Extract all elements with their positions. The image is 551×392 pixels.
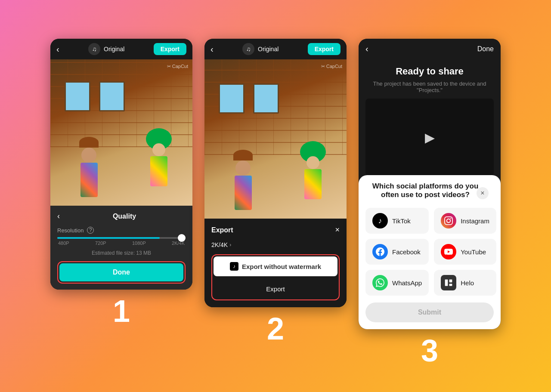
export-without-watermark-label: Export without watermark (242, 263, 321, 270)
share-sheet: × Which social platforms do you often us… (359, 175, 501, 329)
social-item-instagram[interactable]: Instagram (434, 208, 496, 234)
done-button[interactable]: Done (59, 263, 183, 281)
capcut-watermark-2: ✂ CapCut (321, 64, 342, 69)
social-item-facebook[interactable]: Facebook (365, 239, 429, 265)
capcut-watermark-1: ✂ CapCut (167, 64, 188, 69)
slider-fill (57, 237, 160, 239)
window-4 (253, 83, 279, 114)
quality-title: Quality (63, 213, 186, 220)
header-center-2: ♫ Original (242, 43, 279, 55)
phone3: ‹ Done Ready to share The project has be… (359, 39, 501, 329)
figure1-hair (79, 137, 99, 148)
window-3 (219, 83, 245, 114)
quality-back-arrow[interactable]: ‹ (57, 212, 60, 221)
figure3 (226, 150, 260, 219)
export-without-watermark-button[interactable]: ♪ Export without watermark (214, 256, 337, 276)
quality-row-2[interactable]: 2K/4K › (211, 241, 340, 248)
figure4-body (304, 169, 322, 199)
tiktok-logo-small: ♪ (230, 262, 238, 271)
slider-track (57, 237, 186, 239)
youtube-label: YouTube (461, 248, 486, 256)
quality-panel: ‹ Quality Resolution ? 480P 720P 1080P (50, 206, 192, 290)
export-options-wrapper: ♪ Export without watermark Export (211, 254, 340, 300)
instagram-icon (441, 213, 456, 228)
window-2 (99, 81, 125, 111)
original-label-1: Original (104, 46, 124, 52)
figure1 (72, 137, 106, 206)
svg-rect-0 (445, 280, 448, 286)
ready-subtitle: The project has been saved to the device… (365, 80, 494, 93)
quality-header: ‹ Quality (57, 212, 186, 221)
youtube-icon (441, 244, 456, 259)
helo-label: Helo (461, 279, 474, 287)
svg-rect-2 (449, 284, 452, 286)
facebook-label: Facebook (392, 248, 421, 256)
export-button-2[interactable]: Export (308, 43, 341, 55)
back-arrow-2[interactable]: ‹ (210, 44, 214, 54)
step-number-2: 2 (267, 313, 284, 344)
chevron-icon: › (229, 242, 231, 248)
social-item-whatsapp[interactable]: WhatsApp (365, 270, 429, 296)
windows-2 (219, 83, 332, 114)
mark-1080p: 1080P (132, 241, 146, 246)
file-size-label: Estimated file size: 13 MB (57, 250, 186, 256)
svg-rect-1 (449, 280, 452, 283)
social-grid: ♪ TikTok Instagram (365, 208, 494, 296)
phone1-header: ‹ ♫ Original Export (50, 39, 192, 59)
windows-1 (65, 81, 178, 111)
step-number-1: 1 (113, 296, 130, 327)
whatsapp-icon (372, 275, 388, 290)
social-item-youtube[interactable]: YouTube (434, 239, 496, 265)
info-icon[interactable]: ? (87, 227, 94, 234)
tiktok-label: TikTok (392, 217, 411, 225)
close-share-button[interactable]: × (477, 187, 489, 199)
export-plain-button[interactable]: Export (214, 280, 337, 298)
export-button-1[interactable]: Export (154, 43, 186, 55)
facebook-icon (372, 244, 388, 259)
tiktok-icon: ♪ (372, 213, 388, 228)
music-icon-1: ♫ (88, 43, 100, 55)
phone2-wrapper: ‹ ♫ Original Export (204, 39, 347, 344)
video-preview-2: ✂ CapCut (204, 59, 347, 219)
submit-button[interactable]: Submit (365, 302, 494, 322)
phone1-wrapper: ‹ ♫ Original Export (50, 39, 192, 327)
video-thumbnail[interactable]: ▶ (365, 99, 494, 176)
quality-value: 2K/4K (211, 241, 228, 248)
phone2: ‹ ♫ Original Export (204, 39, 347, 307)
figure1-head (81, 148, 96, 163)
figure4-head (306, 156, 319, 169)
phone3-header: ‹ Done (359, 39, 501, 59)
export-sheet-header: Export × (211, 225, 340, 235)
slider-marks: 480P 720P 1080P 2K/4K (57, 241, 186, 246)
instagram-label: Instagram (461, 217, 489, 225)
figure2-head (152, 143, 165, 156)
share-question: Which social platforms do you often use … (365, 182, 494, 199)
done-text[interactable]: Done (477, 45, 494, 53)
music-icon-2: ♫ (242, 43, 254, 55)
social-item-tiktok[interactable]: ♪ TikTok (365, 208, 429, 234)
back-arrow-3[interactable]: ‹ (365, 44, 368, 54)
back-arrow-1[interactable]: ‹ (56, 44, 59, 54)
ready-title: Ready to share (365, 66, 494, 77)
figure2-body (150, 156, 167, 186)
slider-thumb[interactable] (178, 234, 186, 242)
figure2 (139, 128, 178, 206)
step-number-3: 3 (421, 335, 438, 366)
resolution-row: Resolution ? (57, 227, 186, 234)
export-sheet: Export × 2K/4K › ♪ Export without waterm… (204, 219, 347, 307)
resolution-slider[interactable] (57, 237, 186, 239)
social-item-helo[interactable]: Helo (434, 270, 496, 296)
whatsapp-label: WhatsApp (392, 279, 422, 287)
header-center-1: ♫ Original (88, 43, 124, 55)
close-export-button[interactable]: × (335, 225, 340, 235)
export-sheet-title: Export (211, 226, 233, 234)
figure1-body (80, 163, 98, 197)
video-preview-1: ✂ CapCut (50, 59, 192, 206)
play-icon: ▶ (425, 130, 435, 145)
figure3-head (235, 161, 251, 176)
phone1: ‹ ♫ Original Export (50, 39, 192, 290)
figure3-hair (233, 150, 253, 161)
share-sheet-inner: × Which social platforms do you often us… (365, 182, 494, 322)
mark-480p: 480P (58, 241, 69, 246)
original-label-2: Original (258, 46, 279, 52)
